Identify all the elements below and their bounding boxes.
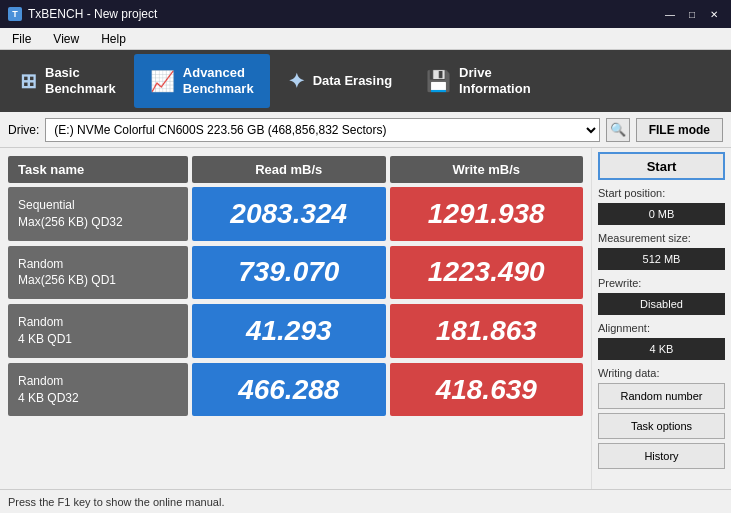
toolbar-data-erasing[interactable]: ✦ Data Erasing (272, 54, 408, 108)
table-row: Random4 KB QD1 41.293 181.863 (8, 304, 583, 358)
row-1-write: 1223.490 (390, 246, 584, 300)
main-area: Task name Read mB/s Write mB/s Sequentia… (0, 148, 731, 489)
table-row: Random4 KB QD32 466.288 418.639 (8, 363, 583, 417)
basic-benchmark-icon: ⊞ (20, 69, 37, 93)
advanced-benchmark-icon: 📈 (150, 69, 175, 93)
start-button[interactable]: Start (598, 152, 725, 180)
writing-data-label: Writing data: (598, 367, 725, 379)
drive-select[interactable]: (E:) NVMe Colorful CN600S 223.56 GB (468… (45, 118, 599, 142)
row-1-read: 739.070 (192, 246, 386, 300)
close-button[interactable]: ✕ (705, 7, 723, 21)
header-read: Read mB/s (192, 156, 386, 183)
alignment-label: Alignment: (598, 322, 725, 334)
file-mode-button[interactable]: FILE mode (636, 118, 723, 142)
drive-refresh-button[interactable]: 🔍 (606, 118, 630, 142)
drive-bar: Drive: (E:) NVMe Colorful CN600S 223.56 … (0, 112, 731, 148)
toolbar-basic-benchmark[interactable]: ⊞ BasicBenchmark (4, 54, 132, 108)
right-panel: Start Start position: 0 MB Measurement s… (591, 148, 731, 489)
row-2-label: Random4 KB QD1 (8, 304, 188, 358)
title-bar-left: T TxBENCH - New project (8, 7, 157, 21)
minimize-button[interactable]: — (661, 7, 679, 21)
prewrite-value[interactable]: Disabled (598, 293, 725, 315)
row-1-label: RandomMax(256 KB) QD1 (8, 246, 188, 300)
data-erasing-icon: ✦ (288, 69, 305, 93)
status-text: Press the F1 key to show the online manu… (8, 496, 224, 508)
start-position-label: Start position: (598, 187, 725, 199)
header-write: Write mB/s (390, 156, 584, 183)
menu-bar: File View Help (0, 28, 731, 50)
prewrite-label: Prewrite: (598, 277, 725, 289)
menu-file[interactable]: File (6, 30, 37, 48)
row-3-read: 466.288 (192, 363, 386, 417)
drive-label: Drive: (8, 123, 39, 137)
menu-view[interactable]: View (47, 30, 85, 48)
drive-information-icon: 💾 (426, 69, 451, 93)
alignment-value[interactable]: 4 KB (598, 338, 725, 360)
measurement-size-value[interactable]: 512 MB (598, 248, 725, 270)
window-controls: — □ ✕ (661, 7, 723, 21)
row-2-write: 181.863 (390, 304, 584, 358)
row-0-read: 2083.324 (192, 187, 386, 241)
data-erasing-label: Data Erasing (313, 73, 392, 89)
row-0-label: SequentialMax(256 KB) QD32 (8, 187, 188, 241)
row-3-label: Random4 KB QD32 (8, 363, 188, 417)
drive-information-label: DriveInformation (459, 65, 531, 96)
title-text: TxBENCH - New project (28, 7, 157, 21)
measurement-size-label: Measurement size: (598, 232, 725, 244)
menu-help[interactable]: Help (95, 30, 132, 48)
advanced-benchmark-label: AdvancedBenchmark (183, 65, 254, 96)
table-row: RandomMax(256 KB) QD1 739.070 1223.490 (8, 246, 583, 300)
title-bar: T TxBENCH - New project — □ ✕ (0, 0, 731, 28)
table-header: Task name Read mB/s Write mB/s (8, 156, 583, 183)
toolbar-drive-information[interactable]: 💾 DriveInformation (410, 54, 547, 108)
writing-data-value[interactable]: Random number (598, 383, 725, 409)
row-3-write: 418.639 (390, 363, 584, 417)
toolbar-advanced-benchmark[interactable]: 📈 AdvancedBenchmark (134, 54, 270, 108)
maximize-button[interactable]: □ (683, 7, 701, 21)
task-options-button[interactable]: Task options (598, 413, 725, 439)
benchmark-table: Task name Read mB/s Write mB/s Sequentia… (0, 148, 591, 489)
status-bar: Press the F1 key to show the online manu… (0, 489, 731, 513)
row-2-read: 41.293 (192, 304, 386, 358)
row-0-write: 1291.938 (390, 187, 584, 241)
history-button[interactable]: History (598, 443, 725, 469)
start-position-value[interactable]: 0 MB (598, 203, 725, 225)
app-icon: T (8, 7, 22, 21)
basic-benchmark-label: BasicBenchmark (45, 65, 116, 96)
toolbar: ⊞ BasicBenchmark 📈 AdvancedBenchmark ✦ D… (0, 50, 731, 112)
header-task-name: Task name (8, 156, 188, 183)
table-row: SequentialMax(256 KB) QD32 2083.324 1291… (8, 187, 583, 241)
